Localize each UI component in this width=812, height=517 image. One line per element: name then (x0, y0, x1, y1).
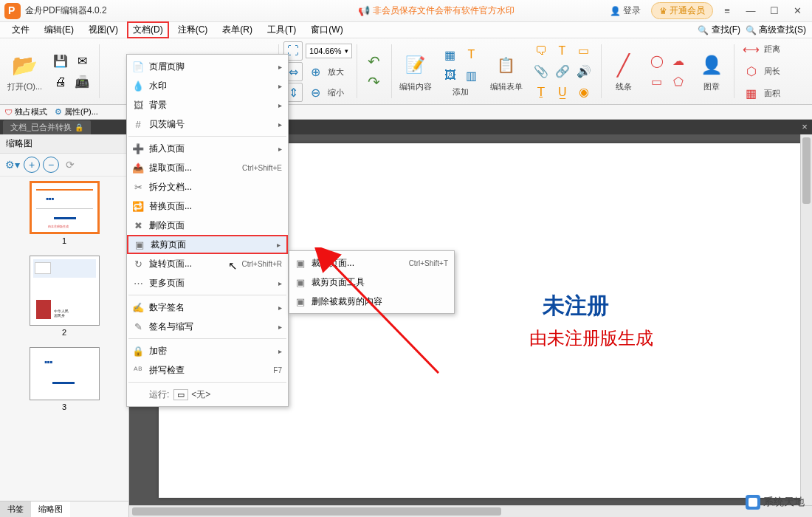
close-tab-button[interactable]: × (799, 121, 811, 133)
dd-item-页眉页脚[interactable]: 📄页眉页脚▸ (127, 57, 288, 76)
line-icon[interactable]: ╱ (609, 50, 639, 80)
thumb-zoom-in-icon[interactable]: + (24, 157, 40, 173)
stamp-icon[interactable]: 👤 (697, 50, 726, 80)
dd-item-加密[interactable]: 🔒加密▸ (127, 341, 288, 360)
document-menu-dropdown: 📄页眉页脚▸💧水印▸🖼背景▸#贝茨编号▸➕插入页面▸📤提取页面...Ctrl+S… (126, 54, 289, 407)
zoom-in-icon[interactable]: ⊕ (306, 62, 325, 81)
edit-content-icon[interactable]: 📝 (401, 50, 430, 80)
thumb-zoom-out-icon[interactable]: − (43, 157, 59, 173)
note-icon[interactable]: 🗨 (531, 41, 551, 61)
dd-item-水印[interactable]: 💧水印▸ (127, 76, 288, 95)
login-button[interactable]: 👤 登录 (604, 2, 647, 19)
dd-icon: ↻ (131, 257, 145, 270)
thumb-2-num: 2 (62, 328, 66, 337)
dd-item-更多页面[interactable]: ⋯更多页面▸ (127, 273, 288, 292)
thumb-options-icon[interactable]: ⚙▾ (4, 157, 21, 173)
dd-item-提取页面...[interactable]: 📤提取页面...Ctrl+Shift+E (127, 158, 288, 177)
perimeter-icon[interactable]: ⬡ (742, 62, 761, 81)
redo-icon[interactable]: ↷ (365, 72, 384, 92)
menu-comment[interactable]: 注释(C) (172, 22, 214, 38)
undo-icon[interactable]: ↶ (365, 52, 384, 71)
scrollbar-horizontal[interactable] (129, 505, 812, 517)
strikeout-icon[interactable]: Ṯ (531, 83, 551, 102)
link-icon[interactable]: 🔗 (553, 62, 572, 81)
thumb-1[interactable]: ■■■ 由未注册版生成 1 (30, 181, 100, 245)
dd-item-背景[interactable]: 🖼背景▸ (127, 95, 288, 114)
menu-button[interactable]: ≡ (718, 3, 737, 19)
menu-form[interactable]: 表单(R) (216, 22, 258, 38)
dd-item-删除页面[interactable]: ✖删除页面 (127, 216, 288, 235)
sound-icon[interactable]: 🔊 (574, 62, 593, 81)
dd-item-签名与缩写[interactable]: ✎签名与缩写▸ (127, 317, 288, 336)
dd-item-拆分文档...[interactable]: ✂拆分文档... (127, 177, 288, 196)
edit-form-icon[interactable]: 📋 (492, 50, 521, 80)
area-icon[interactable]: ▦ (742, 84, 761, 103)
dd-icon: 🖼 (131, 98, 145, 112)
maximize-button[interactable]: ☐ (765, 3, 784, 19)
add-image-icon[interactable]: 🖼 (441, 66, 460, 85)
side-tabs: 书签 缩略图 (0, 501, 128, 517)
document-tab[interactable]: 文档_已合并转换 🔒 (3, 120, 91, 134)
distance-icon[interactable]: ⟷ (742, 40, 761, 59)
dd-icon: ✍ (131, 301, 145, 314)
sm-item-删除被裁剪的内容[interactable]: ▣删除被裁剪的内容 (289, 292, 454, 311)
open-folder-icon[interactable]: 📂 (10, 50, 40, 80)
highlight-icon[interactable]: ▭ (574, 41, 593, 61)
add-label: 添加 (453, 86, 469, 97)
add-barcode-icon[interactable]: ▥ (462, 66, 481, 85)
dd-item-贝茨编号[interactable]: #贝茨编号▸ (127, 114, 288, 134)
add-text-icon[interactable]: T (462, 45, 481, 64)
dd-item-数字签名[interactable]: ✍数字签名▸ (127, 298, 288, 317)
zoom-out-icon[interactable]: ⊖ (306, 83, 325, 102)
text-icon[interactable]: T (553, 41, 572, 61)
chevron-right-icon: ▸ (278, 145, 282, 153)
adv-find-button[interactable]: 🔍 高级查找(S) (745, 24, 806, 36)
print-icon[interactable]: 🖨 (51, 72, 70, 92)
exclusive-mode-button[interactable]: 🛡独占模式 (4, 106, 47, 117)
find-button[interactable]: 🔍 查找(F) (698, 24, 740, 36)
attachment-icon[interactable]: 📎 (531, 62, 551, 81)
add-box-icon[interactable]: ▦ (441, 45, 460, 64)
underline-icon[interactable]: U̲ (553, 83, 572, 102)
mail-icon[interactable]: ✉ (72, 52, 92, 71)
scrollbar-vertical[interactable] (800, 134, 812, 517)
sm-item-裁剪页面...[interactable]: ▣裁剪页面...Ctrl+Shift+T (289, 253, 454, 273)
menu-file[interactable]: 文件 (6, 22, 35, 38)
open-member-button[interactable]: ♛ 开通会员 (651, 2, 713, 19)
dd-icon: ✎ (131, 320, 145, 333)
brand-text: 系统天地 (763, 496, 805, 509)
menu-view[interactable]: 视图(V) (83, 22, 124, 38)
dd-item-插入页面[interactable]: ➕插入页面▸ (127, 139, 288, 158)
tab-thumbnails[interactable]: 缩略图 (31, 501, 70, 517)
chevron-right-icon: ▸ (278, 347, 282, 355)
zoom-input[interactable]: 104.66%▾ (306, 44, 351, 58)
close-button[interactable]: ✕ (788, 3, 808, 19)
dd-icon: ⋯ (131, 276, 145, 290)
polygon-icon[interactable]: ⬠ (669, 72, 688, 92)
cloud-icon[interactable]: ☁ (669, 52, 688, 71)
dd-item-裁剪页面[interactable]: ▣裁剪页面▸ (127, 235, 288, 254)
properties-button[interactable]: ⚙属性(P)... (55, 106, 98, 117)
save-icon[interactable]: 💾 (51, 52, 70, 71)
thumb-rotate-icon[interactable]: ⟳ (62, 157, 78, 173)
distance-label: 距离 (764, 44, 780, 55)
tab-bookmarks[interactable]: 书签 (0, 501, 31, 517)
dd-label: 插入页面 (149, 143, 185, 155)
dd-item-拼写检查[interactable]: ᴬᴮ拼写检查F7 (127, 360, 288, 380)
minimize-button[interactable]: — (741, 3, 760, 19)
menu-tool[interactable]: 工具(T) (261, 22, 302, 38)
thumb-3[interactable]: ■■■ 3 (30, 347, 100, 411)
oval-icon[interactable]: ◯ (647, 52, 667, 71)
menu-window[interactable]: 窗口(W) (305, 22, 348, 38)
dd-run[interactable]: 运行:▭<无> (127, 385, 288, 404)
thumb-2[interactable]: 中华人民居民身 2 (30, 256, 100, 337)
sm-item-裁剪页面工具[interactable]: ▣裁剪页面工具 (289, 273, 454, 292)
member-label: 开通会员 (670, 4, 705, 17)
rect-icon[interactable]: ▭ (647, 72, 667, 92)
menu-edit[interactable]: 编辑(E) (38, 22, 80, 38)
stamp-small-icon[interactable]: ◉ (574, 83, 593, 102)
menu-document[interactable]: 文档(D) (127, 21, 169, 38)
dd-item-替换页面...[interactable]: 🔁替换页面... (127, 196, 288, 216)
dd-item-旋转页面...[interactable]: ↻旋转页面...Ctrl+Shift+R (127, 254, 288, 273)
scan-icon[interactable]: 📠 (72, 72, 92, 92)
